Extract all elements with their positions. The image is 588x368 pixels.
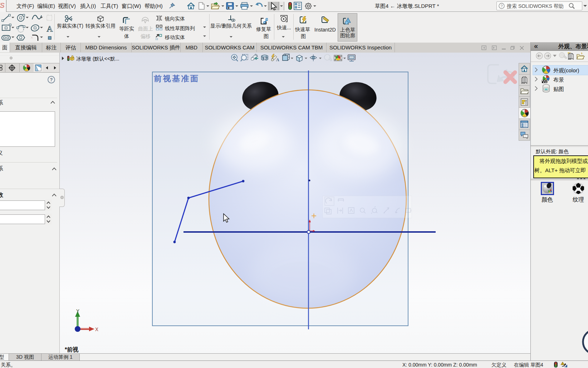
svg-text:Y: Y [76,309,79,315]
svg-text:X: X [95,327,98,333]
svg-text:A: A [46,24,53,33]
svg-text:前视基准面: 前视基准面 [154,74,200,83]
svg-text:A: A [276,57,279,62]
svg-text:!: ! [562,363,563,365]
svg-text:*前视: *前视 [65,346,79,353]
svg-text:?: ? [500,4,503,8]
